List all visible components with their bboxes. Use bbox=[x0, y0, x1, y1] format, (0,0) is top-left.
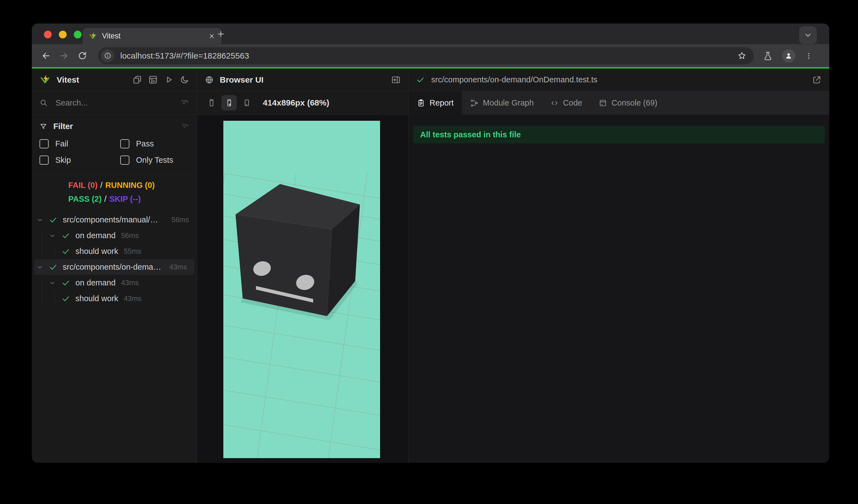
device-toolbar: 414x896px (68%) bbox=[197, 91, 408, 115]
tab-close-icon[interactable] bbox=[208, 33, 215, 40]
browser-ui-header: Browser UI bbox=[197, 68, 408, 91]
run-summary: FAIL (0)/RUNNING (0) PASS (2)/SKIP (--) bbox=[32, 174, 197, 211]
test-duration: 55ms bbox=[124, 247, 142, 256]
pass-check-icon bbox=[49, 216, 57, 224]
device-phone-plus-button-selected[interactable] bbox=[221, 95, 237, 111]
clipboard-icon bbox=[417, 99, 425, 107]
checkbox-icon[interactable] bbox=[39, 139, 49, 148]
browser-ui-title: Browser UI bbox=[220, 75, 264, 84]
bookmark-star-icon[interactable] bbox=[737, 51, 747, 61]
checkbox-icon[interactable] bbox=[120, 156, 129, 165]
globe-icon bbox=[205, 76, 214, 84]
test-file-row-selected[interactable]: src/components/on-dema… 43ms bbox=[34, 259, 195, 275]
tablet-icon bbox=[243, 99, 251, 107]
pass-check-icon bbox=[62, 231, 70, 240]
pass-check-icon bbox=[49, 263, 57, 271]
test-label: should work bbox=[76, 247, 118, 256]
module-graph-icon bbox=[470, 99, 478, 107]
test-case-row[interactable]: should work 55ms bbox=[32, 243, 197, 259]
vitest-logo-icon bbox=[39, 74, 51, 85]
filter-pass-checkbox[interactable]: Pass bbox=[120, 139, 189, 148]
filter-fail-checkbox[interactable]: Fail bbox=[39, 139, 120, 148]
device-tablet-button[interactable] bbox=[239, 95, 255, 111]
zoom-window-button[interactable] bbox=[74, 31, 81, 38]
test-suite-row[interactable]: on demand 43ms bbox=[32, 275, 197, 291]
pass-check-icon bbox=[62, 247, 70, 256]
tab-code[interactable]: Code bbox=[542, 91, 590, 115]
new-tab-button[interactable] bbox=[217, 30, 225, 38]
profile-avatar[interactable] bbox=[782, 49, 795, 63]
vitest-ui: Vitest Filter bbox=[32, 68, 829, 463]
file-header: src/components/on-demand/OnDemand.test.t… bbox=[409, 68, 829, 91]
viewport-size-label: 414x896px (68%) bbox=[263, 98, 329, 108]
pass-check-icon bbox=[416, 76, 425, 84]
chevron-down-icon[interactable] bbox=[36, 216, 43, 224]
test-duration: 43ms bbox=[124, 294, 142, 303]
filter-only-tests-checkbox[interactable]: Only Tests bbox=[120, 156, 189, 165]
filter-panel: Filter Fail Pass Skip Only Tests bbox=[32, 115, 197, 174]
reload-button[interactable] bbox=[78, 51, 87, 61]
report-content: All tests passed in this file bbox=[409, 115, 829, 463]
tab-module-graph[interactable]: Module Graph bbox=[462, 91, 542, 115]
minimize-window-button[interactable] bbox=[59, 31, 67, 38]
chevron-down-icon bbox=[804, 31, 812, 39]
clear-filter-icon[interactable] bbox=[181, 123, 189, 130]
browser-menu-kebab-icon[interactable] bbox=[805, 52, 813, 60]
sidebar: Vitest Filter bbox=[32, 68, 197, 463]
tab-strip: Vitest bbox=[32, 23, 829, 44]
open-external-icon[interactable] bbox=[812, 75, 822, 84]
report-pane: src/components/on-demand/OnDemand.test.t… bbox=[409, 68, 829, 463]
person-icon bbox=[784, 52, 793, 60]
test-case-row[interactable]: should work 43ms bbox=[32, 291, 197, 306]
tab-title: Vitest bbox=[102, 32, 121, 40]
checkbox-icon[interactable] bbox=[39, 156, 49, 165]
dark-mode-moon-icon[interactable] bbox=[180, 75, 189, 84]
tab-console[interactable]: Console (69) bbox=[590, 91, 666, 115]
detach-windows-icon[interactable] bbox=[133, 75, 142, 84]
console-icon bbox=[599, 99, 607, 107]
site-info-button[interactable] bbox=[101, 49, 114, 63]
chevron-down-icon[interactable] bbox=[49, 232, 56, 239]
test-label: src/components/on-dema… bbox=[63, 262, 161, 272]
dock-panel-right-icon[interactable] bbox=[391, 75, 400, 84]
test-file-row[interactable]: src/components/manual/… 56ms bbox=[32, 212, 197, 228]
search-bar bbox=[32, 91, 197, 115]
filter-skip-checkbox[interactable]: Skip bbox=[39, 156, 120, 165]
phone-plus-icon bbox=[225, 99, 233, 107]
search-icon bbox=[39, 99, 48, 107]
test-label: src/components/manual/… bbox=[63, 215, 158, 224]
address-bar[interactable]: localhost:5173/#/?file=1828625563 bbox=[98, 47, 754, 64]
clear-filter-icon[interactable] bbox=[181, 99, 189, 107]
url-text[interactable]: localhost:5173/#/?file=1828625563 bbox=[120, 51, 737, 61]
chevron-down-icon[interactable] bbox=[36, 264, 43, 271]
tab-report[interactable]: Report bbox=[409, 91, 462, 115]
browser-window: Vitest localhost:5173/#/?file=1828625563 bbox=[32, 23, 829, 463]
search-input[interactable] bbox=[55, 98, 181, 108]
run-all-play-icon[interactable] bbox=[164, 75, 173, 84]
browser-tab-vitest[interactable]: Vitest bbox=[83, 28, 221, 44]
test-tree: src/components/manual/… 56ms on demand 5… bbox=[32, 211, 197, 463]
all-tests-passed-banner: All tests passed in this file bbox=[413, 126, 825, 143]
chevron-down-icon[interactable] bbox=[49, 279, 56, 287]
info-icon bbox=[104, 52, 111, 60]
device-phone-small-button[interactable] bbox=[204, 95, 219, 111]
pass-check-icon bbox=[62, 295, 70, 303]
labs-flask-icon[interactable] bbox=[763, 51, 773, 61]
test-suite-row[interactable]: on demand 56ms bbox=[32, 228, 197, 243]
report-tabs: Report Module Graph Code Console (69) bbox=[409, 91, 829, 115]
browser-ui-pane: Browser UI 414x896px (68%) bbox=[197, 68, 409, 463]
forward-button[interactable] bbox=[60, 51, 69, 61]
test-duration: 43ms bbox=[169, 263, 187, 271]
file-path: src/components/on-demand/OnDemand.test.t… bbox=[431, 75, 812, 84]
tab-search-button[interactable] bbox=[799, 26, 817, 44]
phone-icon bbox=[207, 99, 216, 107]
summary-line-2: PASS (2)/SKIP (--) bbox=[68, 192, 197, 206]
close-window-button[interactable] bbox=[44, 31, 52, 38]
funnel-icon bbox=[39, 123, 47, 130]
checkbox-icon[interactable] bbox=[120, 139, 129, 148]
dashboard-icon[interactable] bbox=[148, 75, 158, 84]
back-button[interactable] bbox=[41, 51, 51, 61]
test-duration: 43ms bbox=[121, 278, 139, 287]
preview-canvas[interactable] bbox=[223, 121, 380, 458]
test-duration: 56ms bbox=[171, 215, 189, 224]
